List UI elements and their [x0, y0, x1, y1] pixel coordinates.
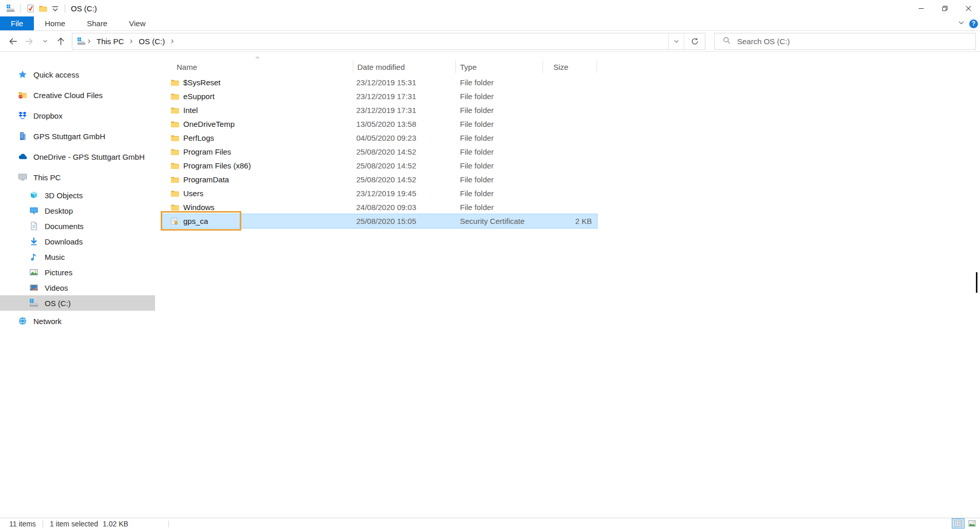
pictures-icon [29, 267, 39, 277]
sidebar-item-label: Network [33, 317, 62, 326]
sidebar-item-documents[interactable]: Documents [0, 218, 155, 234]
file-row-program-files-x86[interactable]: Program Files (x86)25/08/2020 14:52File … [162, 159, 597, 173]
search-input[interactable] [737, 33, 975, 49]
main-area: Quick accessCreative Cloud FilesDropboxG… [0, 52, 980, 518]
qat-customize-chevron-icon[interactable] [49, 2, 61, 14]
navigation-toolbar: This PCOS (C:) [0, 31, 980, 52]
breadcrumb-this-pc[interactable]: This PC [92, 33, 128, 49]
sidebar-item-onedrive-gps-stuttgart-gmbh[interactable]: OneDrive - GPS Stuttgart GmbH [0, 146, 155, 167]
file-name: Users [183, 189, 203, 198]
file-row-program-files[interactable]: Program Files25/08/2020 14:52File folder [162, 145, 597, 159]
file-type: File folder [456, 78, 543, 87]
file-type: File folder [456, 203, 543, 212]
ribbon-tabs: FileHomeShareView [0, 16, 156, 30]
sidebar-item-creative-cloud-files[interactable]: Creative Cloud Files [0, 85, 155, 105]
sidebar-item-pictures[interactable]: Pictures [0, 264, 155, 280]
sidebar-item-gps-stuttgart-gmbh[interactable]: GPS Stuttgart GmbH [0, 126, 155, 146]
status-divider [168, 520, 169, 527]
close-button[interactable] [956, 0, 980, 16]
recent-locations-button[interactable] [37, 33, 53, 49]
sidebar-item-this-pc[interactable]: This PC [0, 167, 155, 187]
tab-view[interactable]: View [118, 16, 156, 30]
file-date-modified: 24/08/2020 09:03 [353, 203, 456, 212]
file-row-esupport[interactable]: eSupport23/12/2019 17:31File folder [162, 89, 597, 103]
sidebar-item-music[interactable]: Music [0, 249, 155, 264]
sidebar-item-label: This PC [33, 173, 61, 182]
forward-button[interactable] [21, 33, 37, 49]
up-button[interactable] [53, 33, 69, 49]
file-rows: $SysReset23/12/2019 15:31File foldereSup… [155, 75, 980, 228]
breadcrumb-os-c[interactable]: OS (C:) [134, 33, 169, 49]
back-button[interactable] [5, 33, 21, 49]
folder-icon [170, 78, 179, 87]
details-view-button[interactable] [952, 518, 965, 528]
file-name: gps_ca [183, 217, 208, 225]
file-size: 2 KB [543, 217, 597, 225]
restore-button[interactable] [933, 0, 956, 16]
videos-icon [29, 282, 39, 293]
file-row-intel[interactable]: Intel23/12/2019 17:31File folder [162, 103, 597, 117]
sidebar-item-label: Creative Cloud Files [33, 91, 103, 100]
file-type: File folder [456, 175, 543, 184]
view-toggles [952, 518, 978, 528]
file-explorer-window: OS (C:) FileHomeShareView ? This PCOS (C… [0, 0, 980, 529]
sidebar-item-label: 3D Objects [45, 191, 83, 200]
address-bar[interactable]: This PCOS (C:) [72, 33, 705, 50]
status-bar: 11 items 1 item selected 1.02 KB [0, 518, 980, 529]
crumb-chevron-icon[interactable] [169, 39, 176, 44]
crumb-chevron-icon[interactable] [128, 39, 134, 44]
column-header-type[interactable]: Type [456, 61, 543, 73]
sidebar-item-label: OneDrive - GPS Stuttgart GmbH [33, 153, 145, 161]
window-controls [909, 0, 980, 16]
drive-icon [29, 298, 39, 308]
folder-icon [170, 161, 179, 170]
file-row-sysreset[interactable]: $SysReset23/12/2019 15:31File folder [162, 75, 597, 89]
large-icons-view-button[interactable] [966, 518, 978, 528]
file-row-perflogs[interactable]: PerfLogs04/05/2020 09:23File folder [162, 131, 597, 145]
sidebar-item-label: Documents [45, 222, 84, 231]
sidebar-item-videos[interactable]: Videos [0, 280, 155, 295]
chevron-down-icon[interactable] [958, 19, 965, 28]
sidebar-item-downloads[interactable]: Downloads [0, 234, 155, 249]
refresh-button[interactable] [684, 33, 705, 49]
tab-home[interactable]: Home [34, 16, 76, 30]
tab-share[interactable]: Share [76, 16, 118, 30]
sidebar-item-dropbox[interactable]: Dropbox [0, 105, 155, 126]
tab-file[interactable]: File [0, 16, 34, 30]
file-type: File folder [456, 134, 543, 142]
column-header-date-modified[interactable]: Date modified [353, 61, 456, 73]
address-history-button[interactable] [668, 33, 684, 49]
file-row-windows[interactable]: Windows24/08/2020 09:03File folder [162, 200, 597, 214]
sort-ascending-icon[interactable] [255, 53, 260, 62]
file-name: Program Files [183, 147, 231, 156]
window-title: OS (C:) [71, 4, 97, 13]
folder-icon [170, 189, 179, 198]
status-divider [43, 520, 43, 527]
properties-check-icon[interactable] [24, 2, 36, 14]
file-date-modified: 23/12/2019 15:31 [353, 78, 456, 87]
file-row-gps-ca[interactable]: gps_ca25/08/2020 15:05Security Certifica… [162, 214, 597, 228]
file-row-programdata[interactable]: ProgramData25/08/2020 14:52File folder [162, 173, 597, 186]
downloads-icon [29, 236, 39, 247]
file-row-onedrivetemp[interactable]: OneDriveTemp13/05/2020 13:58File folder [162, 117, 597, 131]
crumb-chevron-icon[interactable] [86, 39, 92, 44]
column-header-size[interactable]: Size [543, 61, 597, 73]
sidebar-item-network[interactable]: Network [0, 311, 155, 331]
file-row-users[interactable]: Users23/12/2019 19:45File folder [162, 186, 597, 200]
dropbox-icon [17, 110, 28, 121]
sidebar-item-os-c[interactable]: OS (C:) [0, 295, 155, 311]
file-name: ProgramData [183, 175, 229, 184]
file-type: File folder [456, 161, 543, 170]
sidebar-item-desktop[interactable]: Desktop [0, 203, 155, 218]
minimize-button[interactable] [909, 0, 933, 16]
file-type: File folder [456, 147, 543, 156]
help-button[interactable]: ? [969, 20, 978, 28]
column-header-name[interactable]: Name [162, 61, 353, 73]
onedrive-cloud-icon [17, 152, 28, 162]
folder-icon [170, 134, 179, 142]
drive-icon [4, 2, 16, 14]
sidebar-item-quick-access[interactable]: Quick access [0, 64, 155, 85]
sidebar-item-3d-objects[interactable]: 3D Objects [0, 187, 155, 203]
file-date-modified: 13/05/2020 13:58 [353, 120, 456, 128]
folder-icon[interactable] [36, 2, 49, 14]
